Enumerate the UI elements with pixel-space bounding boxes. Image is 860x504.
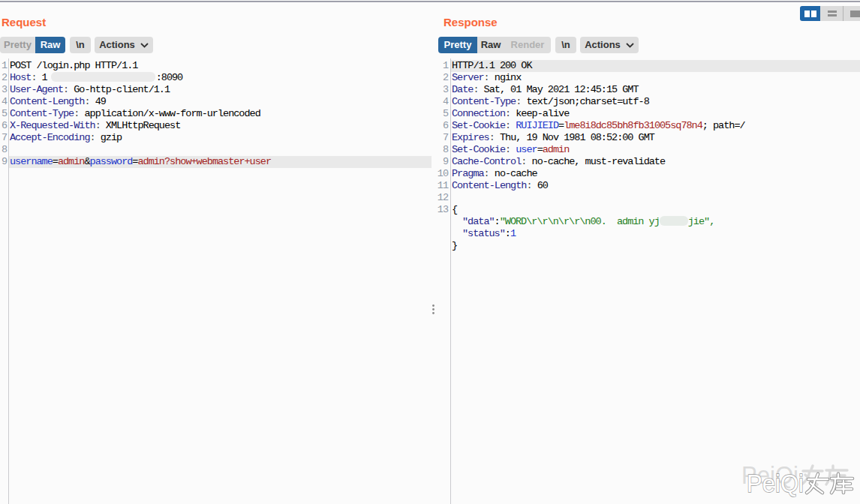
svg-text:PeiQi: PeiQi xyxy=(747,469,804,497)
